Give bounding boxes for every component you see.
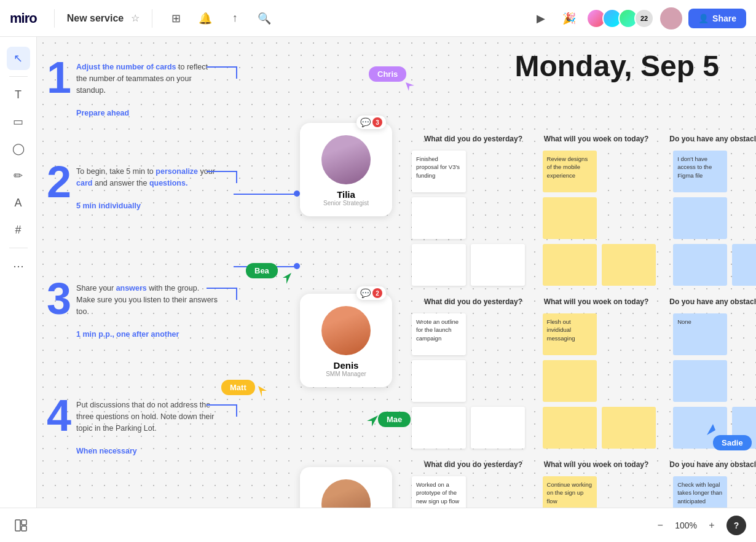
sticky-b3[interactable] bbox=[673, 244, 727, 286]
sticky-today-tilia-2[interactable] bbox=[543, 197, 597, 239]
col-header-obstacles-2: Do you have any obstacles? bbox=[658, 295, 756, 308]
sticky-obstacles-mariam[interactable]: Check with legal takes longer than antic… bbox=[673, 476, 727, 508]
sticky-today-denis[interactable]: Flesh out invididual messaging bbox=[543, 313, 597, 355]
sticky-today-denis-2[interactable] bbox=[543, 360, 597, 402]
sticky-y3[interactable] bbox=[543, 244, 597, 286]
col-header-today-2: What will you woek on today? bbox=[535, 295, 658, 308]
help-button[interactable]: ? bbox=[726, 516, 746, 535]
bell-icon[interactable]: 🔔 bbox=[194, 7, 216, 29]
sticky-b4[interactable] bbox=[732, 244, 756, 286]
sticky-today-tilia[interactable]: Review designs of the mobile experience bbox=[543, 151, 597, 192]
user-avatar[interactable] bbox=[660, 7, 682, 29]
standup-rows-denis-2 bbox=[412, 407, 756, 449]
select-tool[interactable]: ↖ bbox=[7, 47, 30, 70]
sticky-obstacles-denis-2[interactable] bbox=[673, 360, 727, 402]
sticky-obstacles-denis[interactable]: None bbox=[673, 313, 727, 355]
yesterday-col-tilia: Finished proposal for V3's funding bbox=[412, 151, 526, 239]
step-4-link[interactable]: When necessary bbox=[76, 447, 137, 455]
celebrate-icon[interactable]: 🎉 bbox=[558, 7, 580, 29]
sticky-dy4[interactable] bbox=[602, 407, 656, 449]
search-icon[interactable]: 🔍 bbox=[253, 7, 275, 29]
avatar-mariam-img bbox=[321, 479, 371, 508]
cursor-arrow-chris bbox=[406, 82, 418, 95]
step-2-content: To begin, take 5 min to personalize your… bbox=[76, 160, 219, 212]
step-3-content: Share your answers with the group. Make … bbox=[76, 277, 219, 340]
cursor-mae: Mae bbox=[378, 412, 411, 427]
pen-tool[interactable]: ✏ bbox=[7, 164, 30, 187]
cursor-chris: Chris bbox=[369, 66, 406, 82]
shape-tool[interactable]: ◯ bbox=[7, 137, 30, 160]
zoom-out-btn[interactable]: − bbox=[650, 516, 670, 535]
share-button[interactable]: 👤 Share bbox=[688, 9, 746, 28]
present-icon[interactable]: ▶ bbox=[530, 7, 552, 29]
obstacles-col-mariam: Check with legal takes longer than antic… bbox=[673, 476, 756, 508]
step-1-link[interactable]: Prepare ahead bbox=[76, 109, 129, 117]
standup-rows-mariam: Worked on a prototype of the new sign up… bbox=[412, 476, 756, 508]
date-heading: Monday, Sep 5 bbox=[514, 49, 719, 83]
person-card-mariam: Mariam Creative Tinkerer bbox=[300, 467, 392, 508]
sticky-yesterday-mariam[interactable]: Worked on a prototype of the new sign up… bbox=[412, 476, 466, 508]
chat-badge-tilia[interactable]: 💬 3 bbox=[356, 116, 386, 129]
chat-icon-tilia: 💬 bbox=[360, 117, 371, 127]
sticky-yesterday-denis-2[interactable] bbox=[412, 360, 466, 402]
sticky-w1[interactable] bbox=[412, 244, 466, 286]
col-header-today-3: What will you woek on today? bbox=[535, 458, 658, 471]
frame-tool[interactable]: # bbox=[7, 218, 30, 242]
toolbar-right: ▶ 🎉 22 👤 Share bbox=[530, 7, 746, 29]
sticky-w2[interactable] bbox=[471, 244, 525, 286]
cursor-bea: Bea bbox=[246, 263, 278, 278]
standup-rows-tilia-2 bbox=[412, 244, 756, 286]
name-tilia: Tilia bbox=[310, 189, 382, 200]
star-icon[interactable]: ☆ bbox=[131, 12, 140, 24]
col-headers-tilia: What did you do yesterday? What will you… bbox=[412, 132, 756, 146]
sticky-obstacles-tilia-2[interactable] bbox=[673, 197, 727, 239]
step-2-num: 2 bbox=[47, 160, 71, 204]
sticky-dy3[interactable] bbox=[543, 407, 597, 449]
board-title[interactable]: New service bbox=[67, 13, 124, 24]
standup-mariam: What did you do yesterday? What will you… bbox=[412, 458, 756, 508]
role-denis: SMM Manager bbox=[310, 371, 382, 377]
dot-tilia bbox=[294, 190, 300, 197]
upload-icon[interactable]: ↑ bbox=[224, 7, 246, 29]
share-icon: 👤 bbox=[698, 14, 709, 23]
step-1-content: Adjust the number of cards to reflect th… bbox=[76, 55, 219, 119]
chat-badge-denis[interactable]: 💬 2 bbox=[356, 286, 386, 300]
sticky-today-mariam[interactable]: Continue working on the sign up flow bbox=[543, 476, 597, 508]
svg-marker-4 bbox=[707, 424, 715, 435]
sticky-dw3[interactable] bbox=[412, 407, 466, 449]
name-denis: Denis bbox=[310, 360, 382, 371]
layout-panel-btn[interactable] bbox=[10, 514, 32, 536]
step-3-time: 1 min p.p., one after another bbox=[76, 330, 179, 339]
standup-rows-tilia: Finished proposal for V3's funding Revie… bbox=[412, 151, 756, 239]
standup-tilia: What did you do yesterday? What will you… bbox=[412, 132, 756, 286]
avatar-denis bbox=[321, 306, 371, 355]
yesterday-row2-tilia bbox=[412, 244, 526, 286]
more-tools[interactable]: ⋯ bbox=[7, 254, 30, 278]
avatar-group: 22 bbox=[586, 9, 654, 28]
text-tool[interactable]: T bbox=[7, 83, 30, 106]
sticky-y4[interactable] bbox=[602, 244, 656, 286]
sticky-yesterday-denis[interactable]: Wrote an outline for the launch campaign bbox=[412, 313, 466, 355]
note-tool[interactable]: ▭ bbox=[7, 110, 30, 133]
person-card-tilia: 💬 3 Tilia Senior Strategist bbox=[300, 123, 392, 216]
line-tool[interactable]: A bbox=[7, 191, 30, 214]
avatar-denis-img bbox=[321, 306, 371, 355]
sticky-yesterday-tilia[interactable]: Finished proposal for V3's funding bbox=[412, 151, 466, 192]
apps-icon[interactable]: ⊞ bbox=[165, 7, 187, 29]
step-1-highlight: Adjust the number of cards bbox=[76, 63, 176, 71]
col-header-today-1: What will you woek on today? bbox=[535, 132, 658, 146]
sticky-obstacles-tilia[interactable]: I don't have access to the Figma file bbox=[673, 151, 727, 192]
standup-denis: What did you do yesterday? What will you… bbox=[412, 295, 756, 449]
avatar-tilia bbox=[321, 135, 371, 184]
yesterday-col-mariam: Worked on a prototype of the new sign up… bbox=[412, 476, 526, 508]
zoom-controls: − 100% + ? bbox=[650, 516, 746, 535]
svg-marker-1 bbox=[283, 273, 291, 284]
toolbar-separator-2 bbox=[152, 9, 152, 28]
col-header-yesterday-2: What did you do yesterday? bbox=[412, 295, 535, 308]
avatar-count[interactable]: 22 bbox=[634, 9, 654, 28]
zoom-in-btn[interactable]: + bbox=[702, 516, 722, 535]
sticky-dw4[interactable] bbox=[471, 407, 525, 449]
cursor-arrow-sadie bbox=[707, 424, 719, 436]
toolbar-separator-1 bbox=[54, 9, 55, 28]
sticky-yesterday-tilia-2[interactable] bbox=[412, 197, 466, 239]
